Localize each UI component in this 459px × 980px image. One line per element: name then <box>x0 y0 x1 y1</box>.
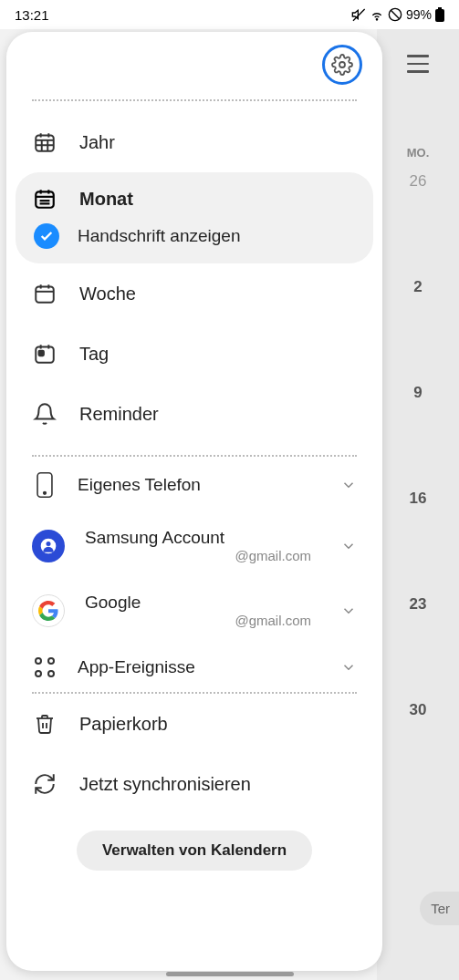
view-day[interactable]: Tag <box>6 324 382 384</box>
account-label: Google <box>85 593 320 613</box>
svg-rect-5 <box>435 9 444 22</box>
battery-percent: 99% <box>406 7 432 22</box>
day-number: 23 <box>410 595 427 614</box>
svg-point-31 <box>47 542 51 546</box>
trash-button[interactable]: Papierkorb <box>6 694 382 754</box>
svg-rect-7 <box>36 135 54 150</box>
status-icons: 99% <box>351 7 444 22</box>
bell-icon <box>32 402 57 426</box>
view-label: Monat <box>79 189 133 210</box>
trash-icon <box>32 712 57 736</box>
account-email: @gmail.com <box>85 613 320 628</box>
account-app-events[interactable]: App-Ereignisse <box>6 643 382 692</box>
day-number: 30 <box>410 701 427 719</box>
settings-button[interactable] <box>322 45 362 85</box>
account-samsung[interactable]: Samsung Account @gmail.com <box>6 513 382 578</box>
year-icon <box>32 130 57 154</box>
phone-icon <box>32 471 57 499</box>
samsung-icon <box>32 530 65 562</box>
day-number: 26 <box>410 172 427 191</box>
svg-rect-25 <box>39 351 44 356</box>
event-pill[interactable]: Ter <box>420 892 459 925</box>
view-month-selected[interactable]: Monat Handschrift anzeigen <box>16 172 373 263</box>
weekday-label: MO. <box>407 146 430 160</box>
manage-label: Verwalten von Kalendern <box>102 841 287 859</box>
navigation-drawer: Jahr Monat Handschrift anzeigen Woche <box>6 32 382 971</box>
mute-icon <box>351 7 366 22</box>
view-label: Woche <box>79 284 136 304</box>
day-number: 16 <box>410 490 427 508</box>
month-icon <box>32 187 57 211</box>
menu-icon[interactable] <box>407 55 429 73</box>
account-email: @gmail.com <box>85 548 320 563</box>
no-sim-icon <box>388 7 402 22</box>
view-week[interactable]: Woche <box>6 263 382 324</box>
view-label: Tag <box>79 344 109 365</box>
week-icon <box>32 282 57 305</box>
day-icon <box>32 342 57 366</box>
svg-line-3 <box>391 10 399 18</box>
status-bar: 13:21 99% <box>0 0 459 29</box>
account-phone[interactable]: Eigenes Telefon <box>6 457 382 513</box>
sync-icon <box>32 772 57 796</box>
chevron-down-icon <box>340 477 357 493</box>
view-label: Jahr <box>79 132 115 153</box>
manage-calendars-button[interactable]: Verwalten von Kalendern <box>77 830 312 871</box>
svg-rect-4 <box>438 7 442 9</box>
action-label: Papierkorb <box>79 714 168 735</box>
svg-point-29 <box>44 492 47 495</box>
account-label: Eigenes Telefon <box>78 475 320 495</box>
account-google[interactable]: Google @gmail.com <box>6 578 382 643</box>
view-label: Reminder <box>79 404 159 425</box>
account-label: Samsung Account <box>85 528 320 548</box>
account-label: App-Ereignisse <box>78 657 320 677</box>
nav-handle[interactable] <box>166 972 294 976</box>
sync-button[interactable]: Jetzt synchronisieren <box>6 754 382 814</box>
svg-rect-20 <box>36 286 54 302</box>
day-number: 2 <box>413 278 422 296</box>
view-reminder[interactable]: Reminder <box>6 384 382 444</box>
battery-icon <box>435 7 444 22</box>
chevron-down-icon <box>340 659 357 676</box>
view-year[interactable]: Jahr <box>6 112 382 172</box>
day-number: 9 <box>413 384 422 402</box>
wifi-icon <box>370 7 384 22</box>
check-icon <box>34 223 59 249</box>
svg-point-1 <box>376 19 377 20</box>
gear-icon <box>331 54 353 76</box>
svg-point-6 <box>339 62 345 67</box>
chevron-down-icon <box>340 538 357 554</box>
handwriting-label: Handschrift anzeigen <box>78 226 241 246</box>
action-label: Jetzt synchronisieren <box>79 774 251 795</box>
clock: 13:21 <box>15 7 49 23</box>
chevron-down-icon <box>340 603 357 619</box>
google-icon <box>32 594 65 627</box>
handwriting-toggle[interactable]: Handschrift anzeigen <box>32 223 357 249</box>
svg-line-0 <box>353 9 365 21</box>
app-events-icon <box>32 657 57 677</box>
calendar-background: MO. 26 2 9 16 23 30 Ter <box>377 29 459 980</box>
